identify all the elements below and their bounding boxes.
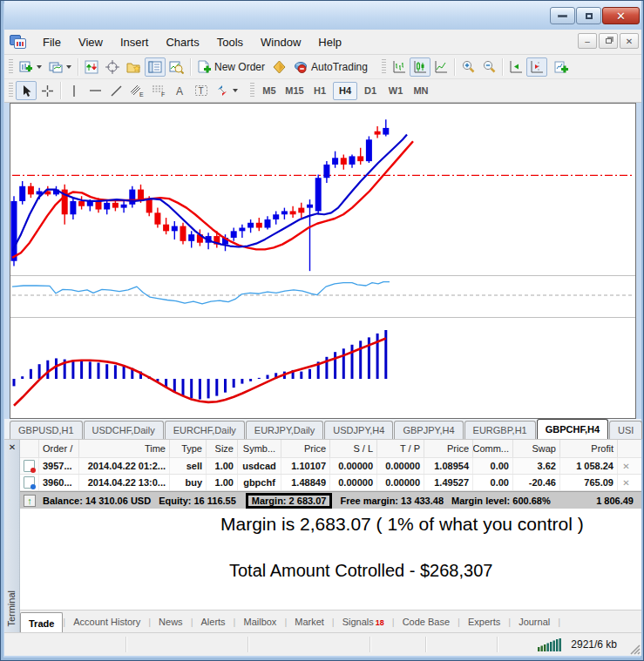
terminal-tab-account-history[interactable]: Account History [65, 612, 148, 631]
timeframe-button-h1[interactable]: H1 [308, 82, 332, 100]
toolbar-grip[interactable] [382, 59, 386, 75]
window-close-button[interactable]: ✕ [602, 7, 640, 24]
terminal-close-button[interactable]: ✕ [7, 442, 17, 453]
timeframe-button-m15[interactable]: M15 [282, 82, 307, 100]
candlestick-chart-button[interactable] [410, 57, 430, 77]
child-restore-button[interactable] [599, 33, 618, 49]
terminal-tab-alerts[interactable]: Alerts [193, 612, 233, 631]
menu-item-insert[interactable]: Insert [112, 32, 158, 52]
terminal-button[interactable] [145, 57, 166, 77]
menu-item-file[interactable]: File [34, 32, 70, 52]
menu-item-tools[interactable]: Tools [208, 32, 252, 52]
data-window-button[interactable] [102, 57, 123, 77]
column-header-price[interactable]: Price [281, 440, 330, 457]
column-header-sl[interactable]: S / L [330, 440, 377, 457]
chart-tab-gbpusd-h1[interactable]: GBPUSD,H1 [10, 421, 83, 439]
chart-tab-eurchf-daily[interactable]: EURCHF,Daily [165, 421, 245, 439]
column-header-tp[interactable]: T / P [377, 440, 424, 457]
profiles-button[interactable] [45, 57, 75, 77]
indicators-list-button[interactable] [551, 57, 573, 77]
chart-tab-gbpjpy-h4[interactable]: GBPJPY,H4 [394, 421, 463, 439]
resize-grip[interactable] [629, 644, 641, 655]
chart-tab-eurjpy-daily[interactable]: EURJPY,Daily [246, 421, 324, 439]
terminal-tab-trade[interactable]: Trade [20, 612, 63, 633]
market-watch-button[interactable] [81, 57, 102, 77]
order-swap: -20.46 [513, 475, 560, 490]
column-header-symbol[interactable]: Symb... [238, 440, 281, 457]
strategy-tester-button[interactable] [166, 57, 187, 77]
margin-value-highlighted: Margin: 2 683.07 [246, 493, 333, 509]
column-header-price2[interactable]: Price [424, 440, 473, 457]
standard-toolbar: New Order AutoTrading [4, 55, 641, 79]
line-chart-button[interactable] [430, 57, 451, 77]
vertical-line-button[interactable] [64, 81, 85, 100]
bar-chart-button[interactable] [389, 57, 410, 77]
arrows-button[interactable] [212, 81, 241, 100]
timeframe-button-d1[interactable]: D1 [358, 82, 383, 100]
order-price2: 1.49527 [424, 475, 473, 490]
chart-tab-usdchf-daily[interactable]: USDCHF,Daily [84, 421, 164, 439]
window-maximize-button[interactable] [576, 7, 601, 24]
terminal-tab-market[interactable]: Market [287, 612, 332, 631]
autotrading-label: AutoTrading [311, 61, 368, 73]
chart-canvas[interactable] [10, 103, 636, 419]
chart-tab-partial[interactable]: USI [609, 421, 642, 439]
terminal-tab-code-base[interactable]: Code Base [395, 612, 458, 631]
timeframe-button-m5[interactable]: M5 [257, 82, 281, 100]
cursor-button[interactable] [16, 81, 37, 100]
chart-tab-eurgbp-h1[interactable]: EURGBP,H1 [464, 421, 536, 439]
column-header-time[interactable]: Time [79, 440, 170, 457]
crosshair-button[interactable] [37, 81, 58, 100]
text-button[interactable]: A [170, 81, 191, 100]
titlebar[interactable]: ✕ [4, 1, 641, 30]
menu-item-help[interactable]: Help [309, 32, 350, 52]
toolbar-grip[interactable] [9, 59, 13, 75]
column-header-commission[interactable]: Comm... [473, 440, 513, 457]
column-header-size[interactable]: Size [207, 440, 238, 457]
timeframe-button-h4[interactable]: H4 [333, 82, 357, 100]
fibonacci-button[interactable]: F [148, 81, 170, 100]
auto-scroll-button[interactable] [505, 57, 526, 77]
column-header-profit[interactable]: Profit [560, 440, 618, 457]
terminal-tab-news[interactable]: News [151, 612, 191, 631]
autotrading-button[interactable]: AutoTrading [290, 57, 371, 77]
menu-item-charts[interactable]: Charts [157, 32, 207, 52]
horizontal-line-button[interactable] [85, 81, 105, 100]
window-minimize-button[interactable] [550, 7, 575, 24]
new-chart-button[interactable] [16, 57, 45, 77]
terminal-tab-experts[interactable]: Experts [460, 612, 508, 631]
equidistant-channel-button[interactable]: E [126, 81, 148, 100]
text-label-button[interactable]: T [191, 81, 212, 100]
order-row[interactable]: 3960...2014.04.22 13:0...buy1.00gbpchf1.… [20, 475, 641, 491]
new-order-icon [197, 60, 212, 74]
terminal-tab-journal[interactable]: Journal [511, 612, 558, 631]
chart-tab-gbpchf-h4[interactable]: GBPCHF,H4 [537, 419, 608, 439]
column-header-swap[interactable]: Swap [513, 440, 560, 457]
toolbar-grip[interactable] [9, 83, 13, 98]
child-close-button[interactable]: ✕ [620, 33, 639, 49]
child-minimize-button[interactable]: – [578, 33, 597, 49]
close-order-button[interactable]: ✕ [618, 478, 634, 488]
chart-shift-button[interactable] [526, 57, 547, 77]
menu-item-view[interactable]: View [70, 32, 112, 52]
trend-line-button[interactable] [105, 81, 126, 100]
menu-item-window[interactable]: Window [252, 32, 309, 52]
navigator-button[interactable] [123, 57, 145, 77]
zoom-out-button[interactable] [478, 57, 499, 77]
orders-table-header[interactable]: Order /TimeTypeSizeSymb...PriceS / LT / … [20, 440, 641, 458]
timeframe-button-w1[interactable]: W1 [383, 82, 408, 100]
chart-tab-usdjpy-h4[interactable]: USDJPY,H4 [324, 421, 393, 439]
zoom-in-button[interactable] [458, 57, 478, 77]
toolbar-grip[interactable] [250, 83, 254, 98]
order-row[interactable]: 3957...2014.04.22 01:2...sell1.00usdcad1… [20, 458, 641, 475]
order-sl: 0.00000 [330, 458, 377, 474]
new-order-button[interactable]: New Order [193, 57, 268, 77]
column-header-order[interactable]: Order / [39, 440, 79, 457]
metaeditor-button[interactable] [268, 57, 290, 77]
close-order-button[interactable]: ✕ [618, 462, 634, 471]
timeframe-button-mn[interactable]: MN [409, 82, 433, 100]
column-header-type[interactable]: Type [170, 440, 207, 457]
terminal-tab-mailbox[interactable]: Mailbox [235, 612, 284, 631]
terminal-tab-signals[interactable]: Signals18 [335, 612, 392, 631]
statusbar-cell [4, 637, 126, 652]
